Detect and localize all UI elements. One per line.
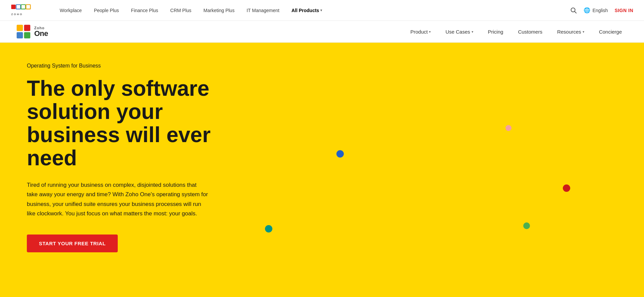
nav-marketing-plus[interactable]: Marketing Plus	[198, 0, 241, 21]
decorative-dot-pink	[505, 125, 512, 131]
svg-rect-1	[16, 4, 20, 9]
language-label: English	[592, 8, 608, 13]
nav-all-products[interactable]: All Products ▾	[285, 0, 328, 21]
globe-icon: 🌐	[584, 7, 590, 13]
nav-product[interactable]: Product ▾	[404, 21, 437, 43]
zoho-one-text: Zoho One	[34, 26, 48, 37]
hero-title: The only software solution your business…	[27, 77, 235, 170]
svg-rect-10	[24, 32, 30, 38]
svg-line-6	[575, 11, 576, 13]
second-nav-links: Product ▾ Use Cases ▾ Pricing Customers …	[404, 21, 628, 43]
search-button[interactable]	[570, 7, 577, 14]
svg-rect-7	[17, 25, 23, 31]
zoho-logo[interactable]: ZOHO	[11, 3, 40, 18]
svg-rect-3	[26, 4, 30, 9]
nav-workplace[interactable]: Workplace	[54, 0, 88, 21]
search-icon	[570, 7, 577, 14]
svg-text:ZOHO: ZOHO	[11, 12, 23, 15]
decorative-dot-green	[523, 222, 530, 229]
decorative-dot-blue	[336, 150, 344, 158]
product-chevron-icon: ▾	[429, 30, 431, 34]
top-nav-links: Workplace People Plus Finance Plus CRM P…	[54, 0, 570, 21]
zoho-one-logo[interactable]: Zoho One	[16, 24, 48, 39]
hero-description: Tired of running your business on comple…	[27, 180, 208, 218]
nav-use-cases[interactable]: Use Cases ▾	[439, 21, 479, 43]
nav-pricing[interactable]: Pricing	[482, 21, 509, 43]
hero-cta-button[interactable]: START YOUR FREE TRIAL	[27, 235, 118, 252]
hero-section: Operating System for Business The only s…	[0, 43, 644, 297]
decorative-dot-red	[563, 184, 570, 192]
svg-rect-0	[11, 4, 15, 9]
nav-resources[interactable]: Resources ▾	[551, 21, 590, 43]
resources-chevron-icon: ▾	[583, 30, 584, 34]
nav-customers[interactable]: Customers	[512, 21, 548, 43]
zoho-one-navigation: Zoho One Product ▾ Use Cases ▾ Pricing C…	[0, 21, 644, 43]
nav-crm-plus[interactable]: CRM Plus	[164, 0, 198, 21]
hero-subtitle: Operating System for Business	[27, 63, 617, 69]
svg-rect-8	[24, 25, 30, 31]
zoho-one-icon	[16, 24, 31, 39]
svg-rect-2	[21, 4, 25, 9]
use-cases-chevron-icon: ▾	[472, 30, 473, 34]
nav-finance-plus[interactable]: Finance Plus	[125, 0, 164, 21]
nav-it-management[interactable]: IT Management	[240, 0, 285, 21]
sign-in-button[interactable]: SIGN IN	[614, 8, 633, 13]
nav-people-plus[interactable]: People Plus	[88, 0, 125, 21]
svg-rect-9	[17, 32, 23, 38]
nav-concierge[interactable]: Concierge	[593, 21, 628, 43]
one-label: One	[34, 30, 48, 37]
language-selector[interactable]: 🌐 English	[584, 7, 608, 13]
all-products-chevron-icon: ▾	[320, 8, 322, 12]
decorative-dot-teal	[265, 225, 272, 232]
top-nav-right: 🌐 English SIGN IN	[570, 7, 633, 14]
top-navigation: ZOHO Workplace People Plus Finance Plus …	[0, 0, 644, 21]
